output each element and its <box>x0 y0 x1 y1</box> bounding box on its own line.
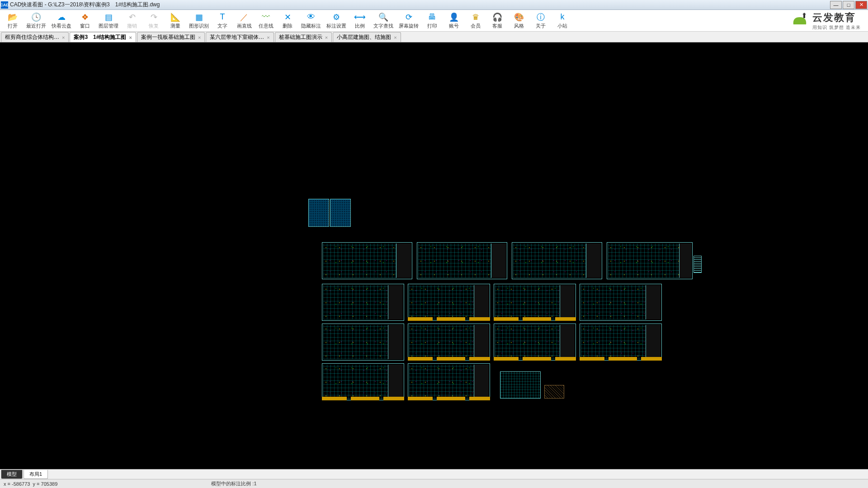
tab-close-icon[interactable]: × <box>198 35 201 40</box>
drawing-sheet[interactable] <box>308 199 329 227</box>
coordinate-readout: x = -586773 y = 705389 <box>4 481 57 487</box>
print-button[interactable]: 🖶打印 <box>421 10 443 31</box>
drawing-sheet[interactable] <box>494 324 576 361</box>
findtext-icon: 🔍 <box>378 12 388 22</box>
vip-button[interactable]: ♛会员 <box>465 10 486 31</box>
measure-button[interactable]: 📐测量 <box>165 10 186 31</box>
coord-y: 705389 <box>41 481 58 487</box>
undo-button[interactable]: ↶撤销 <box>121 10 143 31</box>
tab-label: 某六层带地下室砌体… <box>210 33 264 41</box>
hide-button[interactable]: 👁隐藏标注 <box>298 10 324 31</box>
app-icon: CAD <box>1 1 8 9</box>
document-tab[interactable]: 框剪商住综合体结构…× <box>1 32 69 42</box>
rotate-button[interactable]: ⟳屏幕旋转 <box>396 10 421 31</box>
drawing-sheet[interactable] <box>494 284 576 321</box>
line-button[interactable]: ／画直线 <box>233 10 255 31</box>
tab-label: 小高层建施图、结施图 <box>337 33 391 41</box>
drawing-sheet[interactable] <box>322 242 412 279</box>
tab-label: 案例3 1#结构施工图 <box>74 33 126 41</box>
delete-label: 删除 <box>283 23 292 29</box>
layer-button[interactable]: ▤图层管理 <box>96 10 121 31</box>
coord-x: -586773 <box>12 481 30 487</box>
document-tabs: 框剪商住综合体结构…×案例3 1#结构施工图×案例一筏板基础施工图×某六层带地下… <box>0 32 868 42</box>
print-icon: 🖶 <box>427 12 437 22</box>
support-button[interactable]: 🎧客服 <box>486 10 508 31</box>
style-button[interactable]: 🎨风格 <box>508 10 530 31</box>
recent-button[interactable]: 🕓最近打开 <box>24 10 49 31</box>
about-button[interactable]: ⓘ关于 <box>530 10 552 31</box>
recognize-icon: ▦ <box>194 12 204 22</box>
drawing-sheet[interactable] <box>322 363 404 400</box>
drawing-sheet[interactable] <box>408 284 490 321</box>
dimset-button[interactable]: ⚙标注设置 <box>324 10 349 31</box>
drawing-sheet[interactable] <box>322 324 404 361</box>
text-label: 文字 <box>217 23 227 29</box>
text-icon: T <box>217 12 227 22</box>
drawing-sheet[interactable] <box>580 324 662 361</box>
redo-button[interactable]: ↷恢复 <box>143 10 165 31</box>
maximize-button[interactable]: □ <box>843 1 854 9</box>
drawing-sheet[interactable] <box>512 242 602 279</box>
window-controls: — □ ✕ <box>830 1 867 9</box>
titlebar: CAD CAD快速看图 - G:\LZ3一2018\资料\案例3 1#结构施工图… <box>0 0 868 10</box>
drawing-sheet[interactable] <box>408 324 490 361</box>
tab-close-icon[interactable]: × <box>62 35 65 40</box>
scale-label: 比例 <box>355 23 365 29</box>
drawing-sheet[interactable] <box>693 256 702 273</box>
measure-icon: 📐 <box>170 12 180 22</box>
drawing-sheet[interactable] <box>580 284 662 321</box>
account-icon: 👤 <box>449 12 459 22</box>
freeline-icon: 〰 <box>261 12 271 22</box>
findtext-label: 文字查找 <box>373 23 393 29</box>
line-icon: ／ <box>239 12 249 22</box>
window-button[interactable]: ❖窗口 <box>74 10 96 31</box>
drawing-sheet[interactable] <box>322 284 404 321</box>
hide-label: 隐藏标注 <box>301 23 321 29</box>
document-tab[interactable]: 案例一筏板基础施工图× <box>137 32 205 42</box>
tab-close-icon[interactable]: × <box>394 35 396 40</box>
drawing-element <box>494 317 576 321</box>
minimize-button[interactable]: — <box>830 1 842 9</box>
layout-tab[interactable]: 布局1 <box>24 470 48 479</box>
print-label: 打印 <box>427 23 437 29</box>
tab-label: 框剪商住综合体结构… <box>5 33 59 41</box>
freeline-label: 任意线 <box>259 23 274 29</box>
measure-label: 测量 <box>170 23 180 29</box>
drawing-element <box>322 397 404 400</box>
undo-icon: ↶ <box>127 12 137 22</box>
account-button[interactable]: 👤账号 <box>443 10 465 31</box>
findtext-button[interactable]: 🔍文字查找 <box>371 10 396 31</box>
text-button[interactable]: T文字 <box>212 10 233 31</box>
drawing-sheet[interactable] <box>330 199 351 227</box>
drawing-sheet[interactable] <box>500 371 541 399</box>
drawing-sheet[interactable] <box>607 242 693 279</box>
drawing-canvas[interactable] <box>0 42 868 469</box>
tab-close-icon[interactable]: × <box>129 35 132 40</box>
open-button[interactable]: 📂打开 <box>2 10 24 31</box>
scale-button[interactable]: ⟷比例 <box>349 10 371 31</box>
layer-icon: ▤ <box>104 12 113 22</box>
cloud-label: 快看云盘 <box>52 23 71 29</box>
document-tab[interactable]: 某六层带地下室砌体…× <box>206 32 274 42</box>
drawing-element <box>408 397 490 400</box>
delete-button[interactable]: ✕删除 <box>277 10 298 31</box>
tab-close-icon[interactable]: × <box>267 35 269 40</box>
drawing-sheet[interactable] <box>544 385 564 399</box>
document-tab[interactable]: 桩基础施工图演示× <box>275 32 332 42</box>
site-label: 小站 <box>557 23 567 29</box>
recent-label: 最近打开 <box>26 23 46 29</box>
redo-icon: ↷ <box>149 12 159 22</box>
tab-close-icon[interactable]: × <box>325 35 328 40</box>
close-button[interactable]: ✕ <box>855 1 867 9</box>
layout-tabs: 模型布局1 <box>0 469 868 479</box>
drawing-sheet[interactable] <box>408 363 490 400</box>
document-tab[interactable]: 案例3 1#结构施工图× <box>70 32 136 42</box>
recognize-button[interactable]: ▦图形识别 <box>186 10 212 31</box>
cloud-button[interactable]: ☁快看云盘 <box>49 10 74 31</box>
drawing-sheet[interactable] <box>417 242 507 279</box>
layout-tab[interactable]: 模型 <box>1 470 23 479</box>
about-label: 关于 <box>536 23 546 29</box>
document-tab[interactable]: 小高层建施图、结施图× <box>333 32 401 42</box>
site-button[interactable]: k小站 <box>552 10 573 31</box>
freeline-button[interactable]: 〰任意线 <box>255 10 277 31</box>
